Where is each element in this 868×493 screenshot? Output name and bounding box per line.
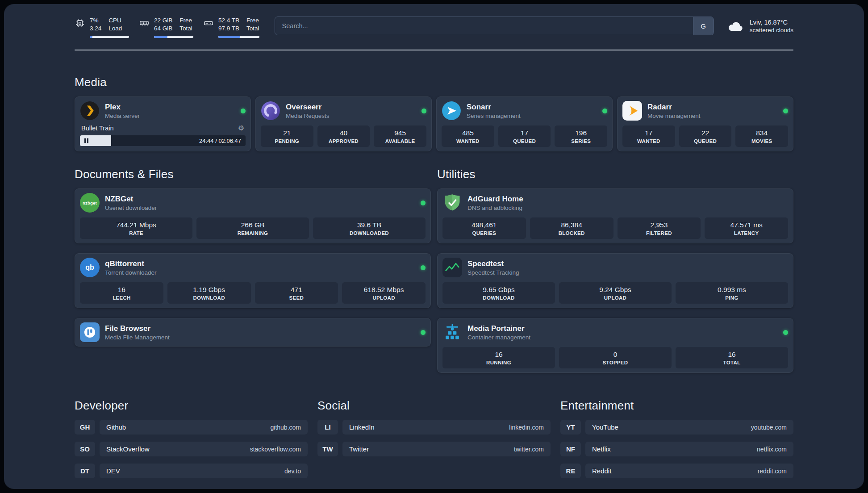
stat-total: 16 TOTAL xyxy=(676,347,788,368)
bookmark-dev[interactable]: DT DEV dev.to xyxy=(75,464,308,478)
stat-wanted: 17 WANTED xyxy=(622,125,675,147)
search-engine-button[interactable]: G xyxy=(693,17,714,35)
app-subtitle: Media File Management xyxy=(105,334,170,341)
speedtest-icon xyxy=(442,258,462,277)
stat-label: LEECH xyxy=(82,295,162,301)
ram-widget: 22 GiB 64 GiB Free Total xyxy=(139,17,193,38)
github-link[interactable]: Github github.com xyxy=(100,420,308,435)
bookmark-youtube[interactable]: YT YouTube youtube.com xyxy=(560,420,793,435)
adguard-card[interactable]: AdGuard Home DNS and adblocking 498,461 … xyxy=(437,188,793,243)
dev-abbr-tile[interactable]: DT xyxy=(75,464,95,478)
weather-widget[interactable]: Lviv, 16.87°C scattered clouds xyxy=(727,19,793,33)
linkedin-abbr-tile[interactable]: LI xyxy=(317,420,338,435)
stat-value: 2,953 xyxy=(619,221,699,229)
app-name: Sonarr xyxy=(467,103,521,112)
stackoverflow-link[interactable]: StackOverflow stackoverflow.com xyxy=(100,442,308,456)
status-dot xyxy=(421,109,426,113)
weather-condition: scattered clouds xyxy=(750,27,793,33)
nzbget-card[interactable]: nzbget NZBGet Usenet downloader 744.21 M… xyxy=(75,188,431,243)
stat-value: 16 xyxy=(444,351,553,359)
stat-value: 9.24 Gbps xyxy=(561,286,670,294)
radarr-card[interactable]: Radarr Movie management 17 WANTED 22 QUE… xyxy=(617,96,793,151)
ram-progressbar xyxy=(154,36,193,38)
stat-label: QUEUED xyxy=(500,138,549,144)
youtube-abbr-tile[interactable]: YT xyxy=(560,420,581,435)
stackoverflow-abbr-tile[interactable]: SO xyxy=(75,442,95,456)
app-subtitle: Media server xyxy=(105,113,140,119)
app-subtitle: Series management xyxy=(467,113,521,119)
bookmark-linkedin[interactable]: LI LinkedIn linkedin.com xyxy=(317,420,551,435)
stat-blocked: 86,384 BLOCKED xyxy=(530,217,613,239)
stat-label: SERIES xyxy=(556,138,605,144)
stat-label: BLOCKED xyxy=(532,230,612,236)
bookmark-twitter[interactable]: TW Twitter twitter.com xyxy=(317,442,551,456)
qbittorrent-card[interactable]: qb qBittorrent Torrent downloader 16 LEE… xyxy=(75,253,431,308)
stat-queries: 498,461 QUERIES xyxy=(442,217,526,239)
status-dot xyxy=(421,201,426,205)
radarr-icon xyxy=(622,101,642,121)
stat-label: STOPPED xyxy=(561,360,670,365)
github-abbr-tile[interactable]: GH xyxy=(75,420,95,435)
weather-location: Lviv, 16.87°C xyxy=(750,19,793,26)
cpu-progressbar xyxy=(90,36,129,38)
stat-value: 0.993 ms xyxy=(677,286,786,294)
bookmark-github[interactable]: GH Github github.com xyxy=(75,420,308,435)
youtube-link[interactable]: YouTube youtube.com xyxy=(585,420,793,435)
portainer-card[interactable]: Media Portainer Container management 16 … xyxy=(437,318,793,373)
app-name: Speedtest xyxy=(467,259,519,268)
stat-label: RUNNING xyxy=(444,360,553,365)
linkedin-link[interactable]: LinkedIn linkedin.com xyxy=(342,420,551,435)
stat-wanted: 485 WANTED xyxy=(442,125,494,147)
stat-label: QUERIES xyxy=(444,230,524,236)
bookmark-netflix[interactable]: NF Netflix netflix.com xyxy=(560,442,793,456)
reddit-link[interactable]: Reddit reddit.com xyxy=(585,464,793,478)
app-name: Media Portainer xyxy=(467,324,530,333)
stat-label: DOWNLOAD xyxy=(444,295,553,301)
app-name: Overseerr xyxy=(286,103,330,112)
social-section-title: Social xyxy=(317,399,551,413)
stat-upload: 9.24 Gbps UPLOAD xyxy=(559,282,672,304)
twitter-abbr-tile[interactable]: TW xyxy=(317,442,338,456)
bookmark-stackoverflow[interactable]: SO StackOverflow stackoverflow.com xyxy=(75,442,308,456)
status-dot xyxy=(421,265,426,270)
portainer-icon xyxy=(442,322,462,342)
plex-card[interactable]: Plex Media server Bullet Train ⚙ 24:44 /… xyxy=(75,96,251,151)
bookmark-reddit[interactable]: RE Reddit reddit.com xyxy=(560,464,793,478)
netflix-abbr-tile[interactable]: NF xyxy=(560,442,581,456)
disk-icon xyxy=(203,18,214,29)
filebrowser-card[interactable]: File Browser Media File Management xyxy=(75,318,431,347)
app-subtitle: DNS and adblocking xyxy=(467,205,523,211)
stat-value: 17 xyxy=(500,129,549,137)
stat-value: 744.21 Mbps xyxy=(82,221,191,229)
search-input[interactable] xyxy=(275,17,714,35)
disk-progressbar xyxy=(218,36,259,38)
stat-remaining: 266 GB REMAINING xyxy=(196,217,309,239)
sonarr-card[interactable]: Sonarr Series management 485 WANTED 17 Q… xyxy=(436,96,613,151)
speedtest-card[interactable]: Speedtest Speedtest Tracking 9.65 Gbps D… xyxy=(437,253,793,308)
cpu-percent: 7% xyxy=(90,17,101,25)
stat-leech: 16 LEECH xyxy=(80,282,163,304)
entertainment-section-title: Entertainment xyxy=(560,399,793,413)
disk-widget: 52.4 TB 97.9 TB Free Total xyxy=(203,17,259,38)
stat-value: 16 xyxy=(677,351,786,359)
stat-download: 1.19 Gbps DOWNLOAD xyxy=(167,282,251,304)
pause-button[interactable] xyxy=(84,138,88,143)
app-name: AdGuard Home xyxy=(467,195,523,204)
twitter-link[interactable]: Twitter twitter.com xyxy=(342,442,551,456)
app-subtitle: Media Requests xyxy=(286,113,330,119)
reddit-abbr-tile[interactable]: RE xyxy=(560,464,581,478)
netflix-link[interactable]: Netflix netflix.com xyxy=(585,442,793,456)
social-section: Social LI LinkedIn linkedin.com TW Twitt… xyxy=(317,399,551,485)
stat-value: 266 GB xyxy=(198,221,307,229)
gear-icon[interactable]: ⚙ xyxy=(238,125,244,132)
stat-seed: 471 SEED xyxy=(255,282,338,304)
stat-label: DOWNLOADED xyxy=(315,230,424,236)
overseerr-card[interactable]: Overseerr Media Requests 21 PENDING 40 A… xyxy=(255,96,432,151)
stat-label: SEED xyxy=(257,295,337,301)
playback-progressbar[interactable]: 24:44 / 02:06:47 xyxy=(80,135,246,146)
developer-section: Developer GH Github github.com SO StackO… xyxy=(75,399,308,485)
dev-link[interactable]: DEV dev.to xyxy=(100,464,308,478)
stat-value: 0 xyxy=(561,351,670,359)
ram-values: 22 GiB 64 GiB xyxy=(154,17,172,33)
stat-label: APPROVED xyxy=(319,138,368,144)
